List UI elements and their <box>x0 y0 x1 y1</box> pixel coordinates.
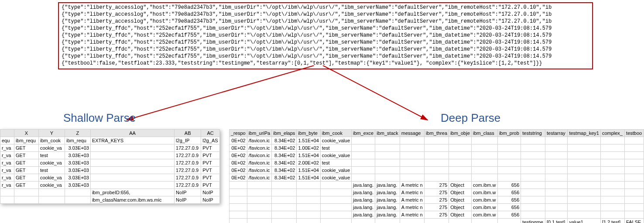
cell[interactable] <box>545 159 568 167</box>
cell[interactable]: cookie_value <box>320 137 351 144</box>
cell[interactable] <box>425 174 449 182</box>
cell[interactable] <box>352 144 375 152</box>
cell[interactable] <box>247 211 272 219</box>
cell[interactable]: java.lang. <box>375 182 400 189</box>
cell[interactable]: 1.00E+02 <box>297 144 320 152</box>
cell[interactable]: Object <box>449 204 472 211</box>
cell[interactable]: cookie_value <box>320 167 351 174</box>
cell[interactable] <box>471 137 497 144</box>
cell[interactable] <box>352 167 375 174</box>
cell[interactable]: PVT <box>201 159 220 167</box>
cell[interactable] <box>497 152 521 159</box>
cell[interactable]: java.lang. <box>352 204 375 211</box>
cell[interactable] <box>375 144 400 152</box>
cell[interactable] <box>230 219 247 223</box>
cell[interactable]: GET <box>14 167 38 174</box>
cell[interactable] <box>320 196 351 204</box>
cell[interactable] <box>545 196 568 204</box>
cell[interactable]: java.lang. <box>352 182 375 189</box>
cell[interactable]: 3.03E+03 <box>65 144 90 152</box>
cell[interactable] <box>230 182 247 189</box>
cell[interactable] <box>568 211 600 219</box>
cell[interactable] <box>320 219 351 223</box>
cell[interactable] <box>14 196 38 204</box>
cell[interactable] <box>497 167 521 174</box>
cell[interactable] <box>90 144 174 152</box>
cell[interactable]: A metric n <box>400 182 424 189</box>
cell[interactable] <box>352 137 375 144</box>
cell[interactable] <box>375 137 400 144</box>
col-header[interactable]: l2g_IP <box>175 137 201 144</box>
cell[interactable] <box>600 196 624 204</box>
cell[interactable]: cookie_va <box>39 159 65 167</box>
cell[interactable]: 1.51E+04 <box>297 167 320 174</box>
col-header[interactable]: testarray <box>545 130 568 137</box>
cell[interactable]: 656 <box>497 189 521 196</box>
cell[interactable] <box>600 144 624 152</box>
cell[interactable]: 275 <box>425 211 449 219</box>
cell[interactable] <box>521 189 545 196</box>
cell[interactable] <box>320 204 351 211</box>
col-header[interactable]: ibm_threa <box>425 130 449 137</box>
cell[interactable] <box>247 182 272 189</box>
col-header[interactable]: EXTRA_KEYS <box>90 137 174 144</box>
cell[interactable]: PVT <box>201 152 220 159</box>
cell[interactable]: NoIP <box>175 196 201 204</box>
cell[interactable]: GET <box>14 144 38 152</box>
cell[interactable] <box>625 189 644 196</box>
cell[interactable] <box>568 204 600 211</box>
cell[interactable] <box>272 204 297 211</box>
cell[interactable]: cookie_va <box>39 182 65 189</box>
cell[interactable]: A metric n <box>400 211 424 219</box>
col-header[interactable]: ibm_stack <box>375 130 400 137</box>
cell[interactable]: 0E+02 <box>230 144 247 152</box>
col-letter[interactable] <box>0 130 14 137</box>
cell[interactable] <box>352 219 375 223</box>
col-header[interactable]: message <box>400 130 424 137</box>
col-header[interactable]: l2g_AS <box>201 137 220 144</box>
cell[interactable]: 1.51E+04 <box>297 137 320 144</box>
cell[interactable]: GET <box>14 182 38 189</box>
cell[interactable] <box>497 137 521 144</box>
cell[interactable] <box>545 137 568 144</box>
cell[interactable] <box>352 159 375 167</box>
cell[interactable] <box>272 182 297 189</box>
cell[interactable]: test <box>320 144 351 152</box>
cell[interactable] <box>521 174 545 182</box>
cell[interactable] <box>39 189 65 196</box>
cell[interactable] <box>425 219 449 223</box>
cell[interactable] <box>297 219 320 223</box>
cell[interactable] <box>400 219 424 223</box>
cell[interactable] <box>247 204 272 211</box>
cell[interactable] <box>625 137 644 144</box>
cell[interactable] <box>272 211 297 219</box>
col-letter[interactable]: AA <box>90 130 174 137</box>
cell[interactable] <box>545 144 568 152</box>
cell[interactable]: GET <box>14 152 38 159</box>
cell[interactable] <box>375 159 400 167</box>
cell[interactable] <box>90 174 174 182</box>
cell[interactable]: /favicon.ic <box>247 159 272 167</box>
col-header[interactable]: equ <box>0 137 14 144</box>
cell[interactable]: /favicon.ic <box>247 137 272 144</box>
cell[interactable]: 275 <box>425 196 449 204</box>
cell[interactable]: [0 1 test] <box>545 219 568 223</box>
cell[interactable]: 275 <box>425 182 449 189</box>
cell[interactable] <box>449 144 472 152</box>
cell[interactable]: 172.27.0.9 <box>175 152 201 159</box>
cell[interactable]: cookie_value <box>320 152 351 159</box>
cell[interactable]: 1.51E+04 <box>297 152 320 159</box>
cell[interactable] <box>449 137 472 144</box>
col-header[interactable]: ibm_prob <box>497 130 521 137</box>
cell[interactable]: 172.27.0.9 <box>175 144 201 152</box>
cell[interactable] <box>568 189 600 196</box>
cell[interactable]: com.ibm.w <box>471 189 497 196</box>
cell[interactable]: A metric n <box>400 204 424 211</box>
cell[interactable]: /favicon.ic <box>247 152 272 159</box>
cell[interactable]: 0E+02 <box>230 167 247 174</box>
cell[interactable] <box>568 167 600 174</box>
cell[interactable]: test <box>39 167 65 174</box>
cell[interactable] <box>568 182 600 189</box>
cell[interactable] <box>568 196 600 204</box>
cell[interactable]: java.lang. <box>352 196 375 204</box>
